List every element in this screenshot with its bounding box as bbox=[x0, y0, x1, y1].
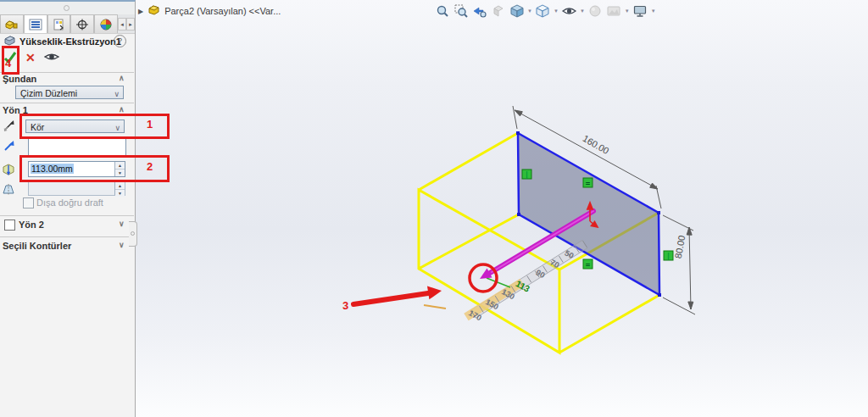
apply-scene-button[interactable] bbox=[606, 3, 622, 19]
svg-text:=: = bbox=[586, 179, 591, 187]
reverse-direction-button[interactable] bbox=[3, 119, 16, 134]
spinner-up-icon[interactable]: ▲ bbox=[115, 182, 125, 189]
edit-appearance-button[interactable] bbox=[587, 3, 604, 19]
tab-scroll-left-button[interactable]: ◂ bbox=[118, 18, 126, 31]
relation-vertical-badge[interactable]: | bbox=[522, 170, 531, 179]
relation-equal-badge[interactable]: = bbox=[583, 178, 593, 187]
callout-arrow-3: 3 bbox=[342, 286, 442, 313]
hide-show-items-button[interactable] bbox=[561, 3, 577, 19]
display-style-dropdown-arrow[interactable]: ▼ bbox=[554, 8, 559, 14]
callout-number-2: 2 bbox=[147, 160, 153, 173]
from-section-header[interactable]: Şundan bbox=[3, 74, 36, 84]
heads-up-toolbar: ▼ ▼ ▼ ▼ ▼ bbox=[434, 3, 656, 19]
callout-number-1: 1 bbox=[147, 118, 153, 131]
view-orientation-dropdown-arrow[interactable]: ▼ bbox=[527, 8, 532, 14]
chevron-down-icon: ∨ bbox=[114, 87, 120, 101]
svg-text:|: | bbox=[525, 170, 529, 179]
draft-spinner[interactable]: ▲ ▼ bbox=[114, 182, 125, 195]
tab-display-manager[interactable] bbox=[94, 14, 118, 33]
feature-title: Yükseklik-Ekstrüzyon1 bbox=[19, 36, 121, 47]
help-icon[interactable]: ? bbox=[114, 35, 126, 47]
svg-text:=: = bbox=[586, 260, 591, 269]
selected-contours-section-header[interactable]: Seçili Kontürler bbox=[3, 241, 71, 251]
property-manager-panel: ◂ ▸ Yükseklik-Ekstrüzyon1 ? ✕ Şundan ∧ Ç… bbox=[0, 0, 136, 417]
direction2-expand-chevron-icon[interactable]: ∨ bbox=[119, 220, 125, 228]
relation-vertical-badge[interactable]: | bbox=[664, 251, 673, 260]
panel-tab-strip: ◂ ▸ bbox=[0, 14, 135, 34]
dimension-height[interactable]: 80.00 bbox=[663, 215, 695, 314]
tab-property-manager[interactable] bbox=[24, 14, 47, 33]
hide-show-dropdown-arrow[interactable]: ▼ bbox=[580, 8, 585, 14]
cancel-button[interactable]: ✕ bbox=[25, 51, 36, 64]
ruler-current-pointer bbox=[487, 278, 510, 287]
previous-view-button[interactable] bbox=[471, 3, 487, 19]
tab-feature-manager[interactable] bbox=[0, 14, 24, 33]
section-view-button[interactable] bbox=[490, 3, 506, 19]
view-settings-button[interactable] bbox=[632, 3, 648, 19]
tab-dimxpert-manager[interactable] bbox=[70, 14, 94, 33]
direction1-collapse-chevron-icon[interactable]: ∧ bbox=[119, 105, 125, 114]
draft-outward-label: Dışa doğru draft bbox=[36, 197, 103, 208]
display-manager-icon bbox=[99, 19, 113, 31]
display-style-button[interactable] bbox=[535, 3, 551, 19]
svg-text:|: | bbox=[666, 252, 670, 260]
apply-scene-dropdown-arrow[interactable]: ▼ bbox=[625, 8, 630, 14]
flyout-tree-expand-arrow[interactable]: ▶ bbox=[138, 8, 143, 15]
ruler-extension-line bbox=[424, 305, 446, 309]
dimension-height-text[interactable]: 80.00 bbox=[673, 235, 687, 259]
panel-splitter-handle[interactable] bbox=[129, 221, 137, 247]
draft-angle-icon bbox=[2, 183, 15, 197]
property-list-icon bbox=[29, 19, 42, 31]
part-icon bbox=[147, 3, 160, 19]
panel-drag-grip[interactable] bbox=[0, 2, 135, 14]
selected-contours-expand-chevron-icon[interactable]: ∨ bbox=[119, 241, 125, 249]
dimension-width-text[interactable]: 160.00 bbox=[581, 133, 610, 156]
direction2-section-header[interactable]: Yön 2 bbox=[19, 220, 44, 230]
tab-scroll-right-button[interactable]: ▸ bbox=[126, 18, 135, 31]
from-collapse-chevron-icon[interactable]: ∧ bbox=[119, 74, 125, 82]
direction-reference-icon bbox=[3, 140, 15, 153]
from-dropdown[interactable]: Çizim Düzlemi ∨ bbox=[15, 86, 124, 99]
feature-tree-icon bbox=[4, 19, 19, 31]
eye-preview-button[interactable] bbox=[44, 51, 59, 64]
depth-icon bbox=[1, 163, 15, 178]
zoom-to-fit-button[interactable] bbox=[434, 3, 450, 19]
configurations-icon bbox=[53, 19, 66, 31]
callout-number-4: 4 bbox=[5, 57, 11, 70]
view-orientation-button[interactable] bbox=[509, 3, 525, 19]
relation-equal-badge[interactable]: = bbox=[583, 259, 593, 269]
direction2-checkbox[interactable] bbox=[4, 220, 15, 231]
draft-angle-input[interactable]: ▲ ▼ bbox=[28, 181, 125, 196]
app-window: 160.00 80.00 50 70 90 130 150 170 bbox=[0, 0, 868, 417]
dimxpert-icon bbox=[75, 19, 89, 31]
tab-configuration-manager[interactable] bbox=[47, 14, 71, 33]
spinner-down-icon[interactable]: ▼ bbox=[115, 189, 125, 197]
tree-root-item[interactable]: Parça2 (Varsayılan) <<Var... bbox=[164, 6, 281, 16]
draft-outward-checkbox[interactable] bbox=[23, 197, 34, 208]
view-settings-dropdown-arrow[interactable]: ▼ bbox=[651, 8, 656, 14]
zoom-to-area-button[interactable] bbox=[453, 3, 469, 19]
callout-number-3: 3 bbox=[342, 299, 348, 312]
